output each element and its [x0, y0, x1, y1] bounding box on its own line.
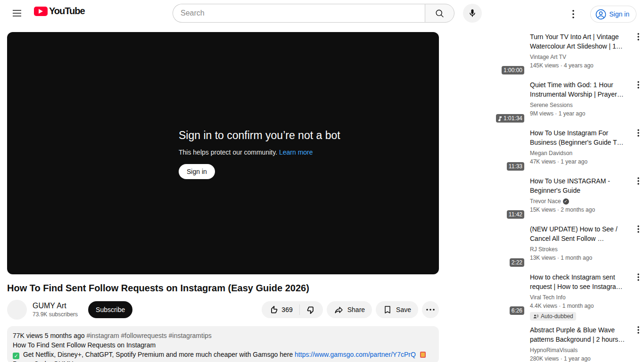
suggested-video-kebab-button[interactable] [633, 80, 644, 91]
suggested-video-kebab-button[interactable] [633, 224, 644, 236]
upload-date: 5 months ago [45, 332, 85, 339]
suggested-video-title[interactable]: How To Use INSTAGRAM - Beginner's Guide [530, 176, 630, 195]
suggested-video-item[interactable]: 2:22 (NEW UPDATE) How to See / Cancel Al… [447, 224, 644, 269]
person-icon [595, 9, 606, 20]
suggested-channel-name[interactable]: Vintage Art TV [530, 53, 566, 61]
video-actions: 369 Share Save [262, 301, 439, 318]
suggested-video-text: How to check Instagram sent request | Ho… [530, 272, 633, 321]
suggested-video-item[interactable]: 11:42 How To Use INSTAGRAM - Beginner's … [447, 176, 644, 221]
suggested-video-meta: 9M views · 1 year ago [530, 109, 630, 118]
bot-check-body: This helps protect our community. Learn … [179, 148, 340, 156]
channel-row: GUMY Art 73.9K subscribers Subscribe 369 [7, 299, 439, 320]
music-note-icon [498, 116, 502, 121]
suggested-video-meta: 4.4K views · 1 month ago [530, 302, 630, 310]
thumb-down-icon [306, 305, 316, 315]
player-sign-in-button[interactable]: Sign in [179, 164, 215, 179]
like-button[interactable]: 369 [262, 301, 299, 318]
share-label: Share [347, 306, 365, 313]
suggested-video-text: Quiet Time with God: 1 Hour Instrumental… [530, 80, 633, 124]
header-sign-in-button[interactable]: Sign in [590, 6, 636, 23]
kebab-icon [572, 10, 574, 18]
description-line-2: ✓ Get Netflix, Disney+, ChatGPT, Spotify… [13, 350, 433, 359]
suggested-video-title[interactable]: How To Use Instagram For Business (Begin… [530, 128, 630, 147]
share-button[interactable]: Share [327, 301, 372, 318]
video-thumbnail[interactable]: 1:01:34 [447, 80, 526, 124]
gift-emoji [420, 352, 426, 358]
like-dislike-group: 369 [262, 301, 322, 318]
suggested-video-meta: 15K views · 2 months ago [530, 206, 630, 214]
share-icon [334, 305, 344, 315]
auto-dubbed-badge: Auto-dubbed [530, 312, 576, 321]
suggested-video-meta: 280K views · 1 year ago [530, 354, 630, 362]
suggested-video-item[interactable]: Abstract Purple & Blue Wave patterns Bac… [447, 325, 644, 362]
hashtags[interactable]: #instagram #followrequests #instagramtip… [86, 332, 211, 339]
video-thumbnail[interactable]: 11:33 [447, 128, 526, 173]
view-count: 77K views [13, 332, 43, 339]
menu-button[interactable] [8, 4, 26, 23]
suggested-video-text: How To Use INSTAGRAM - Beginner's Guide … [530, 176, 633, 221]
top-navbar: YouTube Sign [0, 0, 644, 26]
suggested-video-title[interactable]: Quiet Time with God: 1 Hour Instrumental… [530, 80, 630, 99]
suggested-video-item[interactable]: 6:26 How to check Instagram sent request… [447, 272, 644, 321]
search-button[interactable] [425, 4, 454, 23]
suggested-video-meta: 13K views · 1 month ago [530, 254, 630, 262]
suggested-channel-name[interactable]: Viral Tech Info [530, 293, 566, 302]
hamburger-icon [13, 10, 21, 16]
suggested-channel-name[interactable]: Megan Davidson [530, 149, 572, 157]
duration-badge: 2:22 [510, 258, 524, 267]
subscriber-count: 73.9K subscribers [33, 311, 78, 318]
video-title: How To Find Sent Follow Requests on Inst… [7, 281, 439, 295]
dislike-button[interactable] [300, 301, 323, 318]
search-bar [173, 4, 454, 23]
video-thumbnail[interactable]: 11:42 [447, 176, 526, 221]
kebab-icon [637, 33, 639, 41]
video-thumbnail[interactable]: 1:00:00 [447, 32, 526, 76]
suggested-video-title[interactable]: Abstract Purple & Blue Wave patterns Bac… [530, 325, 630, 344]
video-player[interactable]: Sign in to confirm you’re not a bot This… [7, 32, 439, 274]
video-thumbnail[interactable]: 2:22 [447, 224, 526, 269]
subscribe-button[interactable]: Subscribe [88, 301, 132, 318]
kebab-icon [637, 326, 639, 334]
voice-search-button[interactable] [463, 4, 482, 23]
youtube-logo[interactable]: YouTube [34, 6, 85, 16]
suggested-channel-name[interactable]: Serene Sessions [530, 101, 573, 109]
search-input[interactable] [173, 4, 425, 23]
bookmark-icon [383, 305, 392, 314]
suggested-channel-name[interactable]: Trevor Nace [530, 197, 561, 206]
suggested-channel-name[interactable]: RJ Strokes [530, 245, 558, 254]
suggested-video-item[interactable]: 1:00:00 Turn Your TV Into Art | Vintage … [447, 32, 644, 76]
suggested-channel-name[interactable]: HypnoRimaVisuals [530, 346, 578, 354]
auto-dubbed-icon [533, 313, 539, 320]
search-icon [435, 8, 445, 18]
suggested-video-text: How To Use Instagram For Business (Begin… [530, 128, 633, 173]
save-button[interactable]: Save [376, 301, 418, 318]
description-box[interactable]: 77K views 5 months ago #instagram #follo… [7, 326, 439, 362]
suggested-video-item[interactable]: 1:01:34 Quiet Time with God: 1 Hour Inst… [447, 80, 644, 124]
suggested-video-kebab-button[interactable] [633, 176, 644, 188]
suggested-video-kebab-button[interactable] [633, 272, 644, 284]
suggested-video-kebab-button[interactable] [633, 32, 644, 43]
channel-name[interactable]: GUMY Art [33, 301, 78, 311]
suggested-video-kebab-button[interactable] [633, 128, 644, 140]
show-more-link[interactable]: ...more [75, 360, 96, 362]
channel-avatar[interactable] [7, 300, 27, 320]
suggested-video-item[interactable]: 11:33 How To Use Instagram For Business … [447, 128, 644, 173]
video-thumbnail[interactable] [447, 325, 526, 362]
learn-more-link[interactable]: Learn more [279, 148, 313, 156]
suggested-video-title[interactable]: Turn Your TV Into Art | Vintage Watercol… [530, 32, 630, 51]
settings-kebab-button[interactable] [564, 5, 583, 24]
description-line-1: How To Find Sent Follow Requests on Inst… [13, 340, 433, 350]
suggested-video-kebab-button[interactable] [633, 325, 644, 337]
more-actions-button[interactable] [422, 301, 439, 318]
suggested-video-text: Abstract Purple & Blue Wave patterns Bac… [530, 325, 633, 362]
suggested-video-title[interactable]: How to check Instagram sent request | Ho… [530, 272, 630, 291]
duration-badge: 1:01:34 [496, 114, 524, 123]
kebab-icon [637, 177, 639, 185]
suggestions-list: 1:00:00 Turn Your TV Into Art | Vintage … [447, 32, 644, 362]
header-actions: Sign in [564, 5, 636, 24]
video-thumbnail[interactable]: 6:26 [447, 272, 526, 317]
duration-badge: 1:00:00 [502, 66, 524, 74]
gamsgo-link[interactable]: https://www.gamsgo.com/partner/Y7cPrQ [295, 351, 416, 358]
suggested-video-title[interactable]: (NEW UPDATE) How to See / Cancel All Sen… [530, 224, 630, 243]
kebab-icon [637, 81, 639, 89]
